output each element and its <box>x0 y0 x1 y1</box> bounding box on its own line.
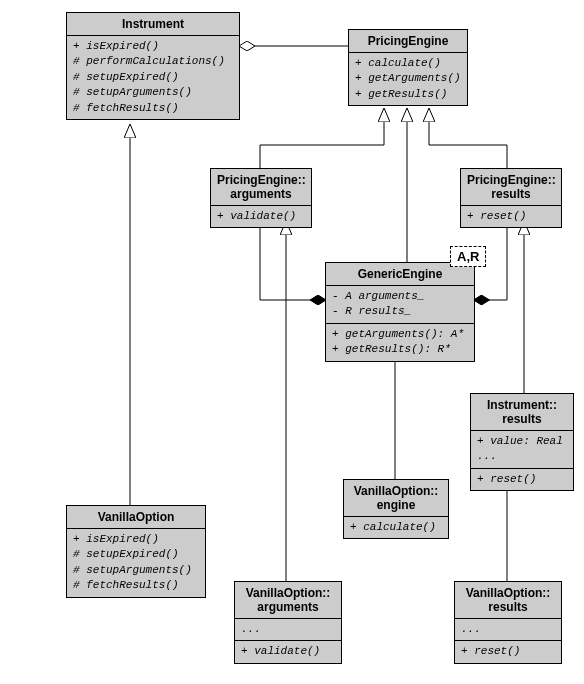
class-vo-results: VanillaOption:: results ... + reset() <box>454 581 562 664</box>
method: + getArguments() <box>355 71 461 86</box>
class-vo-arguments: VanillaOption:: arguments ... + validate… <box>234 581 342 664</box>
class-title: PricingEngine:: results <box>461 169 561 206</box>
method: # fetchResults() <box>73 578 199 593</box>
method: # setupExpired() <box>73 547 199 562</box>
method: # setupArguments() <box>73 563 199 578</box>
method: + reset() <box>467 209 555 224</box>
class-generic-engine: GenericEngine - A arguments_ - R results… <box>325 262 475 362</box>
class-vanilla-option: VanillaOption + isExpired() # setupExpir… <box>66 505 206 598</box>
class-vo-engine: VanillaOption:: engine + calculate() <box>343 479 449 539</box>
class-pricing-engine: PricingEngine + calculate() + getArgumen… <box>348 29 468 106</box>
attribute: - A arguments_ <box>332 289 468 304</box>
method: + getResults() <box>355 87 461 102</box>
attribute: + value: Real <box>477 434 567 449</box>
method: + getArguments(): A* <box>332 327 468 342</box>
attribute: - R results_ <box>332 304 468 319</box>
attribute: ... <box>477 449 567 464</box>
class-pe-results: PricingEngine:: results + reset() <box>460 168 562 228</box>
class-title: VanillaOption:: engine <box>344 480 448 517</box>
method: # setupExpired() <box>73 70 233 85</box>
class-pe-arguments: PricingEngine:: arguments + validate() <box>210 168 312 228</box>
method: + isExpired() <box>73 39 233 54</box>
class-title: PricingEngine:: arguments <box>211 169 311 206</box>
method: + isExpired() <box>73 532 199 547</box>
template-parameter: A,R <box>450 246 486 267</box>
method: + reset() <box>477 472 567 487</box>
class-title: VanillaOption:: results <box>455 582 561 619</box>
class-title: VanillaOption:: arguments <box>235 582 341 619</box>
method: + reset() <box>461 644 555 659</box>
method: + calculate() <box>350 520 442 535</box>
class-instrument: Instrument + isExpired() # performCalcul… <box>66 12 240 120</box>
class-instrument-results: Instrument:: results + value: Real ... +… <box>470 393 574 491</box>
method: # setupArguments() <box>73 85 233 100</box>
method: + validate() <box>217 209 305 224</box>
method: + validate() <box>241 644 335 659</box>
method: + calculate() <box>355 56 461 71</box>
attribute: ... <box>241 622 335 637</box>
class-title: VanillaOption <box>67 506 205 529</box>
attribute: ... <box>461 622 555 637</box>
method: # fetchResults() <box>73 101 233 116</box>
class-title: Instrument <box>67 13 239 36</box>
method: # performCalculations() <box>73 54 233 69</box>
class-title: PricingEngine <box>349 30 467 53</box>
method: + getResults(): R* <box>332 342 468 357</box>
class-title: Instrument:: results <box>471 394 573 431</box>
